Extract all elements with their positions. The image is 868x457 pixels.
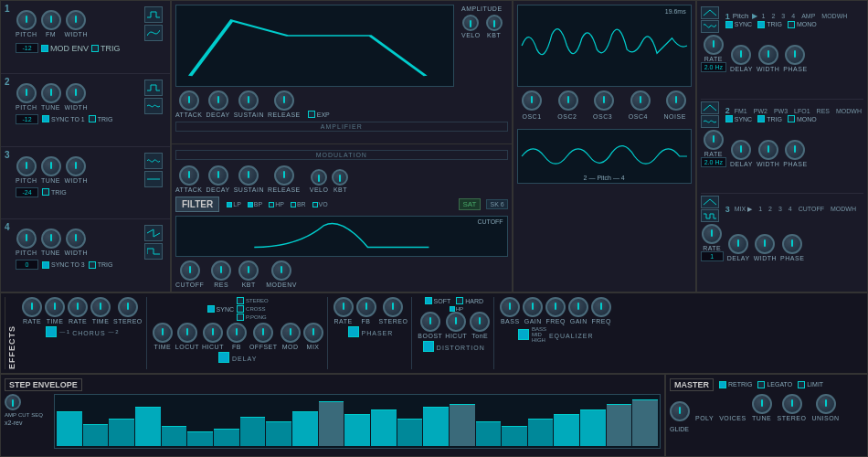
master-tune-knob[interactable]	[752, 394, 772, 414]
kbt-knob[interactable]	[486, 15, 503, 31]
dist-tone-knob[interactable]	[470, 312, 490, 332]
eq-toggle[interactable]	[518, 329, 529, 340]
chorus-rate2-knob[interactable]	[68, 297, 88, 317]
osc-3-trig-checkbox[interactable]	[42, 188, 49, 196]
osc-3-pitch-knob[interactable]	[16, 156, 37, 176]
master-glide-knob[interactable]	[670, 401, 690, 421]
lfo-2-btn-res[interactable]: RES	[815, 108, 831, 114]
master-retrig-cb[interactable]: RETRIG	[719, 381, 752, 388]
phaser-toggle[interactable]	[348, 326, 359, 337]
lfo-3-btn-modwh[interactable]: MODWH	[829, 206, 858, 212]
lfo-1-btn-4[interactable]: 4	[789, 13, 797, 19]
lfo-3-btn-cutoff[interactable]: CUTOFF	[797, 206, 826, 212]
lfo-3-btn-4[interactable]: 4	[787, 206, 794, 212]
step-bar-20[interactable]	[580, 409, 606, 447]
osc-2-pitch-knob[interactable]	[16, 83, 37, 103]
master-retrig-checkbox[interactable]	[719, 381, 726, 388]
delay-toggle[interactable]	[218, 352, 229, 363]
lfo-1-trig-cb[interactable]: TRIG	[757, 21, 782, 28]
delay-offset-knob[interactable]	[253, 323, 273, 343]
chorus-toggle[interactable]	[46, 326, 57, 337]
osc-4-trig-checkbox[interactable]	[89, 261, 96, 269]
filter-modenv-knob[interactable]	[271, 260, 291, 281]
delay-cross-checkbox[interactable]	[237, 305, 244, 313]
phaser-rate-knob[interactable]	[333, 297, 354, 317]
lfo-1-mono-checkbox[interactable]	[788, 21, 795, 28]
filter-br-btn[interactable]: BR	[289, 200, 308, 208]
chorus-rate1-knob[interactable]	[22, 297, 42, 317]
osc-3-wave-btn-1[interactable]	[144, 153, 163, 169]
eq-high-freq-knob[interactable]	[591, 297, 611, 317]
step-bar-13[interactable]	[397, 419, 423, 446]
lfo-3-btn-mix[interactable]: MIX ▶	[733, 206, 754, 213]
velo-knob[interactable]	[462, 15, 479, 31]
lfo-2-sync-cb[interactable]: SYNC	[725, 115, 752, 122]
master-limit-checkbox[interactable]	[798, 381, 805, 388]
step-bar-5[interactable]	[187, 431, 213, 446]
delay-cross-cb[interactable]: CROSS	[237, 305, 269, 313]
dist-soft-checkbox[interactable]	[425, 297, 432, 304]
osc-1-wave-btn-1[interactable]	[144, 6, 163, 23]
step-bar-22[interactable]	[632, 399, 658, 446]
dist-soft-cb[interactable]: SOFT	[425, 297, 451, 304]
osc-1-modenv-checkbox[interactable]	[41, 45, 48, 52]
osc-2-wave-btn-1[interactable]	[144, 80, 163, 96]
filter-hp-btn[interactable]: HP	[267, 200, 286, 208]
decay-knob[interactable]	[208, 90, 228, 111]
master-unison-knob[interactable]	[816, 394, 836, 414]
lfo-2-btn-pw2[interactable]: PW2	[752, 108, 769, 114]
osc-3-tune-knob[interactable]	[41, 156, 61, 176]
osc-4-tune-knob[interactable]	[41, 228, 61, 249]
osc3-mix-knob[interactable]	[594, 90, 614, 111]
master-stereo-knob[interactable]	[782, 394, 802, 414]
step-bar-2[interactable]	[109, 419, 134, 446]
delay-mod-knob[interactable]	[281, 323, 301, 343]
lfo-1-arrow[interactable]: ▶	[752, 12, 757, 20]
step-bar-12[interactable]	[371, 409, 397, 447]
delay-sync-checkbox[interactable]	[207, 305, 215, 313]
lfo-3-wave-btn-down[interactable]	[701, 209, 719, 222]
lfo-2-trig-cb[interactable]: TRIG	[757, 115, 782, 122]
osc-3-width-knob[interactable]	[66, 156, 86, 176]
release-knob[interactable]	[274, 90, 294, 111]
step-bar-8[interactable]	[266, 421, 291, 446]
step-bar-21[interactable]	[607, 404, 632, 446]
osc-3-trig-cb[interactable]: TRIG	[42, 188, 67, 196]
lfo-2-btn-fm1[interactable]: FM1	[733, 108, 749, 114]
phaser-fb-knob[interactable]	[356, 297, 376, 317]
osc-2-wave-btn-2[interactable]	[144, 98, 163, 114]
exp-checkbox[interactable]	[308, 111, 315, 118]
delay-fb-knob[interactable]	[227, 323, 247, 343]
lfo-3-btn-1[interactable]: 1	[757, 206, 764, 212]
lfo-2-sync-checkbox[interactable]	[725, 115, 733, 122]
lfo-1-sync-cb[interactable]: SYNC	[725, 21, 752, 28]
lfo-2-phase-knob[interactable]	[785, 140, 805, 160]
eq-high-gain-knob[interactable]	[568, 297, 588, 317]
lfo-2-wave-btn-down[interactable]	[701, 115, 719, 128]
step-bar-9[interactable]	[292, 411, 318, 446]
lfo-2-mono-cb[interactable]: MONO	[788, 115, 817, 122]
step-bar-14[interactable]	[423, 407, 449, 446]
master-limit-cb[interactable]: LIMIT	[798, 381, 823, 388]
dist-hard-cb[interactable]: HARD	[456, 297, 483, 304]
lfo-1-btn-1[interactable]: 1	[760, 13, 767, 19]
osc-1-pitch-knob[interactable]	[16, 10, 37, 30]
delay-stereo-cb[interactable]: STEREO	[237, 297, 269, 304]
osc-4-sync-checkbox[interactable]	[42, 261, 49, 269]
delay-ppong-checkbox[interactable]	[237, 314, 244, 321]
lfo-2-btn-modwh[interactable]: MODWH	[834, 108, 863, 114]
lfo-1-width-knob[interactable]	[758, 45, 778, 65]
osc1-mix-knob[interactable]	[522, 90, 542, 111]
attack-knob[interactable]	[179, 90, 199, 111]
delay-mix-knob[interactable]	[303, 323, 323, 343]
filter-lp-btn[interactable]: LP	[225, 200, 243, 208]
osc-1-wave-btn-2[interactable]	[144, 25, 163, 41]
delay-stereo-checkbox[interactable]	[237, 297, 244, 304]
step-bar-19[interactable]	[554, 414, 579, 446]
lfo-1-delay-knob[interactable]	[731, 45, 751, 65]
lfo-3-btn-3[interactable]: 3	[777, 206, 784, 212]
lfo-2-btn-lfo1[interactable]: LFO1	[792, 108, 812, 114]
phaser-stereo-knob[interactable]	[383, 297, 403, 317]
osc-1-trig-cb[interactable]: TRIG	[91, 44, 121, 53]
step-bar-4[interactable]	[162, 426, 187, 446]
